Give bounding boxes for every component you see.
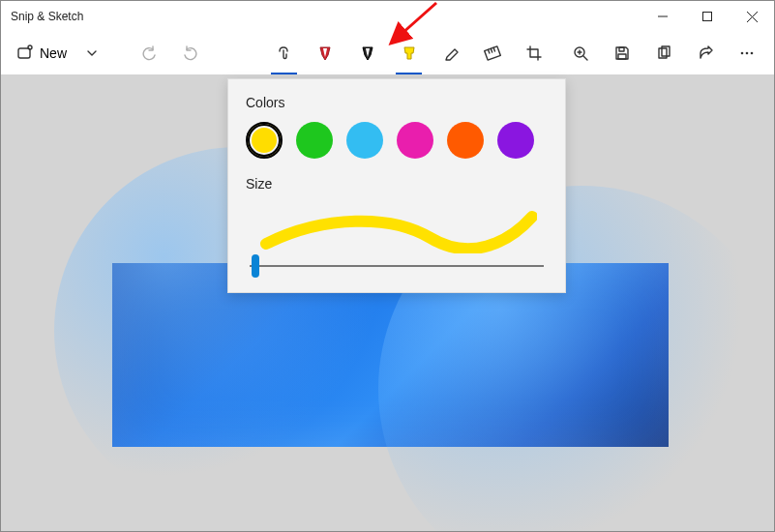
ballpoint-icon — [317, 44, 333, 62]
color-swatch-0[interactable] — [246, 122, 283, 159]
svg-line-9 — [493, 47, 494, 51]
touch-icon — [275, 44, 292, 62]
close-button[interactable] — [730, 1, 774, 32]
copy-button[interactable] — [644, 34, 682, 73]
ballpoint-pen-button[interactable] — [307, 34, 344, 73]
new-label: New — [40, 45, 67, 61]
pencil-icon — [360, 44, 375, 62]
svg-rect-14 — [618, 54, 626, 59]
color-swatch-row — [246, 122, 548, 159]
chevron-down-icon — [86, 47, 98, 59]
touch-writing-button[interactable] — [265, 34, 303, 73]
color-swatch-1[interactable] — [296, 122, 333, 159]
color-swatch-2[interactable] — [346, 122, 383, 159]
copy-icon — [655, 44, 672, 62]
svg-rect-15 — [619, 47, 624, 51]
svg-rect-6 — [485, 46, 501, 60]
ellipsis-icon — [738, 44, 756, 62]
highlighter-options-popup: Colors Size — [227, 78, 566, 293]
color-swatch-3[interactable] — [397, 122, 433, 159]
more-button[interactable] — [729, 34, 766, 73]
zoom-icon — [572, 44, 589, 62]
highlighter-icon — [402, 44, 417, 62]
svg-point-19 — [746, 52, 749, 55]
size-slider[interactable] — [246, 265, 548, 267]
zoom-button[interactable] — [561, 34, 599, 73]
redo-button[interactable] — [171, 34, 209, 73]
slider-thumb[interactable] — [252, 254, 259, 278]
share-button[interactable] — [687, 34, 725, 73]
svg-line-8 — [491, 48, 492, 52]
svg-rect-5 — [18, 48, 30, 58]
window-controls — [641, 1, 774, 32]
svg-line-11 — [583, 56, 587, 60]
eraser-button[interactable] — [432, 34, 469, 73]
crop-icon — [525, 44, 543, 62]
colors-heading: Colors — [246, 95, 548, 110]
maximize-button[interactable] — [685, 1, 730, 32]
svg-point-20 — [751, 52, 754, 55]
svg-point-18 — [741, 52, 744, 55]
crop-button[interactable] — [516, 34, 553, 73]
window-title: Snip & Sketch — [11, 10, 83, 23]
undo-icon — [140, 44, 158, 62]
highlighter-button[interactable] — [390, 34, 428, 73]
share-icon — [697, 44, 714, 62]
pencil-button[interactable] — [348, 34, 386, 73]
size-heading: Size — [246, 176, 548, 192]
eraser-icon — [442, 44, 460, 62]
slider-track — [250, 265, 544, 267]
new-button[interactable]: New — [9, 34, 75, 73]
color-swatch-5[interactable] — [497, 122, 534, 159]
undo-button[interactable] — [130, 34, 167, 73]
save-button[interactable] — [603, 34, 641, 73]
svg-line-7 — [489, 49, 490, 53]
titlebar: Snip & Sketch — [1, 1, 774, 32]
save-icon — [613, 44, 631, 62]
minimize-button[interactable] — [641, 1, 685, 32]
snip-icon — [16, 44, 34, 62]
color-swatch-4[interactable] — [447, 122, 484, 159]
redo-icon — [182, 44, 199, 62]
ruler-button[interactable] — [474, 34, 512, 73]
toolbar: New — [1, 32, 774, 74]
new-dropdown[interactable] — [78, 34, 104, 73]
size-preview — [246, 203, 548, 255]
svg-rect-2 — [703, 13, 712, 21]
ruler-icon — [484, 44, 501, 62]
